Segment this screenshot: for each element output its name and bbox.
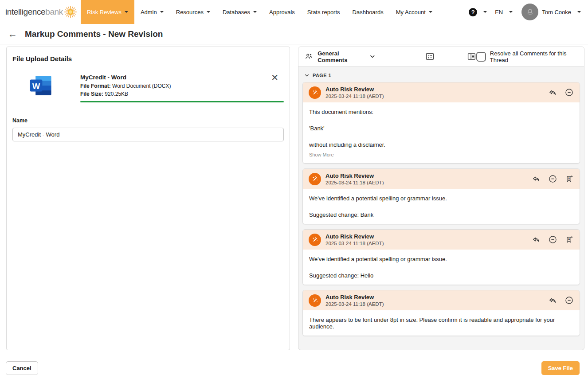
chevron-down-icon (577, 11, 581, 13)
reply-button[interactable] (548, 88, 557, 97)
nav-item-resources[interactable]: Resources (170, 0, 216, 24)
person-icon (525, 7, 535, 17)
nav-item-label: Stats reports (307, 9, 340, 16)
nav-item-dashboards[interactable]: Dashboards (346, 0, 390, 24)
resolve-all-wrap: Resolve all Comments for this Thread (476, 50, 578, 63)
comment-card: Auto Risk Review 2025-03-24 11:18 (AEDT)… (302, 229, 580, 285)
magic-wand-icon (311, 175, 319, 183)
reply-button[interactable] (532, 235, 541, 244)
upload-progress-bar (80, 101, 284, 102)
name-field-label: Name (12, 117, 284, 124)
auto-review-rules-button[interactable] (425, 52, 435, 61)
dismiss-button[interactable] (548, 174, 557, 184)
comment-actions: A (532, 235, 574, 244)
help-icon: ? (469, 8, 477, 16)
language-menu[interactable]: EN (495, 9, 513, 16)
avatar[interactable] (521, 4, 538, 20)
add-bookmark-button[interactable]: A (565, 175, 574, 184)
people-icon (305, 52, 313, 61)
comments-body: PAGE 1 Auto Risk Review 2025-03-24 11:18… (298, 66, 584, 345)
comment-identity: Auto Risk Review 2025-03-24 11:18 (AEDT) (325, 294, 384, 307)
nav-item-approvals[interactable]: Approvals (263, 0, 301, 24)
comment-paragraph: We've identified a potential spelling or… (309, 195, 573, 202)
chevron-down-icon (429, 11, 432, 13)
brand-logo[interactable]: intelligencebank (0, 5, 77, 19)
nav-item-risk-reviews[interactable]: Risk Reviews (81, 0, 134, 24)
chevron-down-icon (369, 53, 376, 60)
comment-body: This document mentions:'Bank'without inc… (303, 102, 580, 163)
sun-icon (64, 5, 77, 19)
file-format-label: File Format: (80, 83, 111, 89)
nav-item-stats-reports[interactable]: Stats reports (301, 0, 346, 24)
magic-wand-icon (311, 89, 319, 96)
comment-actions (548, 88, 574, 97)
help-menu[interactable]: ? (469, 8, 487, 16)
checklist-card-icon (425, 52, 435, 61)
chevron-down-icon (509, 11, 513, 13)
comment-header: Auto Risk Review 2025-03-24 11:18 (AEDT)… (303, 230, 580, 250)
reply-button[interactable] (532, 175, 541, 184)
file-name-input[interactable] (12, 128, 284, 141)
user-menu[interactable]: Tom Cooke (542, 9, 581, 16)
file-size-value: 920.25KB (105, 91, 128, 97)
remove-file-button[interactable]: ✕ (271, 73, 278, 82)
nav-item-label: Resources (176, 9, 204, 16)
brand-logo-text: intelligencebank (5, 7, 63, 17)
back-arrow-icon[interactable]: ← (8, 29, 20, 39)
comment-timestamp: 2025-03-24 11:18 (AEDT) (325, 241, 384, 246)
file-size-line: File Size: 920.25KB (80, 91, 284, 97)
svg-text:A: A (568, 238, 570, 241)
comment-paragraph: Suggested change: Bank (309, 211, 573, 218)
nav-item-my-account[interactable]: My Account (390, 0, 439, 24)
comment-author: Auto Risk Review (325, 294, 384, 301)
page-section-toggle[interactable]: PAGE 1 (302, 70, 580, 82)
resolve-all-checkbox[interactable] (476, 52, 486, 62)
chevron-down-icon (483, 11, 487, 13)
comment-timestamp: 2025-03-24 11:18 (AEDT) (325, 301, 384, 307)
save-file-button[interactable]: Save File (541, 361, 580, 375)
comment-identity: Auto Risk Review 2025-03-24 11:18 (AEDT) (325, 172, 384, 185)
comment-card: Auto Risk Review 2025-03-24 11:18 (AEDT)… (302, 82, 580, 164)
comment-identity: Auto Risk Review 2025-03-24 11:18 (AEDT) (325, 233, 384, 246)
comment-card: Auto Risk Review 2025-03-24 11:18 (AEDT)… (302, 290, 580, 336)
chevron-down-icon (160, 11, 164, 13)
comment-author: Auto Risk Review (325, 233, 384, 240)
layout-toggle-button[interactable] (467, 52, 476, 61)
comment-paragraph: 'Bank' (309, 125, 573, 132)
page-title: Markup Comments - New Revision (25, 29, 163, 39)
thread-selector[interactable]: General Comments (305, 50, 376, 63)
file-format-value: Word Document (DOCX) (112, 83, 171, 89)
nav-items: Risk ReviewsAdminResourcesDatabasesAppro… (81, 0, 469, 24)
nav-item-label: Approvals (269, 9, 295, 16)
page-header: ← Markup Comments - New Revision (0, 24, 588, 44)
top-navbar: intelligencebank Risk ReviewsAdminResour… (0, 0, 588, 24)
dismiss-button[interactable] (548, 235, 557, 244)
nav-item-label: Dashboards (353, 9, 384, 16)
reply-button[interactable] (548, 296, 557, 305)
dismiss-button[interactable] (564, 88, 574, 97)
magic-wand-icon (311, 236, 319, 243)
comment-body: We've identified a potential spelling or… (303, 250, 580, 285)
dismiss-button[interactable] (564, 296, 574, 305)
page-section-label: PAGE 1 (313, 73, 331, 78)
comment-paragraph: Suggested change: Hello (309, 272, 573, 279)
chevron-down-icon (125, 11, 128, 13)
auto-review-avatar (309, 86, 321, 99)
comment-paragraph: This document mentions: (309, 109, 573, 115)
cancel-button[interactable]: Cancel (6, 361, 38, 375)
comment-actions (548, 296, 574, 305)
show-more-link[interactable]: Show More (309, 152, 573, 157)
file-size-label: File Size: (80, 91, 103, 97)
comments-panel-header: General Comments Resolve all Com (298, 47, 584, 66)
add-bookmark-button[interactable]: A (565, 235, 574, 244)
file-name: MyCredit - Word (80, 74, 284, 81)
nav-item-databases[interactable]: Databases (216, 0, 263, 24)
comment-body: There appears to be font under 8pt in si… (303, 310, 580, 336)
uploaded-file-row: W MyCredit - Word File Format: Word Docu… (12, 74, 284, 102)
language-label: EN (495, 9, 503, 16)
word-file-icon: W (29, 74, 53, 97)
svg-text:A: A (568, 177, 570, 180)
comments-panel: General Comments Resolve all Com (298, 47, 584, 350)
comment-paragraph: There appears to be font under 8pt in si… (309, 316, 573, 330)
nav-item-admin[interactable]: Admin (134, 0, 170, 24)
